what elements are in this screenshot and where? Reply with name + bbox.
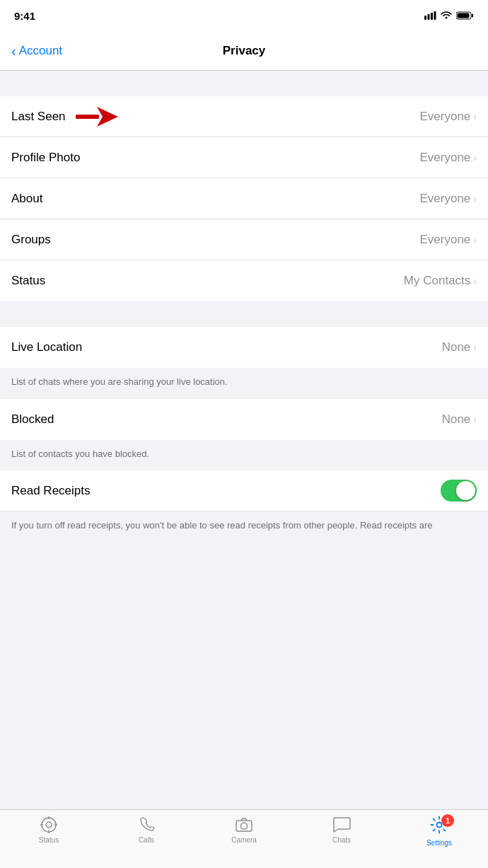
row-blocked[interactable]: Blocked None › <box>0 399 488 440</box>
about-label: About <box>11 192 42 206</box>
live-location-label: Live Location <box>11 340 82 354</box>
chats-tab-icon <box>332 816 351 834</box>
tab-chats[interactable]: Chats <box>293 816 390 844</box>
read-receipts-info: If you turn off read receipts, you won't… <box>0 511 488 543</box>
blocked-chevron-icon: › <box>473 414 477 425</box>
groups-value: Everyone <box>420 233 471 247</box>
row-status[interactable]: Status My Contacts › <box>0 260 488 301</box>
toggle-knob <box>456 481 475 500</box>
svg-rect-0 <box>424 16 426 20</box>
status-icons <box>424 11 474 20</box>
read-receipts-section: Read Receipts <box>0 470 488 511</box>
live-location-chevron-icon: › <box>473 342 477 353</box>
settings-badge: 1 <box>441 814 454 827</box>
mid-section-gap <box>0 301 488 327</box>
live-location-value-wrap: None › <box>442 340 477 354</box>
profile-photo-value-wrap: Everyone › <box>420 151 477 165</box>
last-seen-label-wrap: Last Seen <box>11 107 118 127</box>
calls-tab-icon <box>137 816 156 834</box>
svg-point-17 <box>437 823 442 828</box>
row-live-location[interactable]: Live Location None › <box>0 327 488 368</box>
status-tab-icon <box>40 816 58 834</box>
row-about[interactable]: About Everyone › <box>0 178 488 219</box>
blocked-section: Blocked None › <box>0 399 488 440</box>
back-button[interactable]: ‹ Account <box>11 44 62 58</box>
row-read-receipts: Read Receipts <box>0 470 488 511</box>
svg-point-10 <box>46 822 52 828</box>
status-chevron-icon: › <box>473 275 477 287</box>
blocked-value: None <box>442 412 471 427</box>
profile-photo-value: Everyone <box>420 151 471 165</box>
tab-calls[interactable]: Calls <box>98 816 195 844</box>
nav-bar: ‹ Account Privacy <box>0 31 488 71</box>
back-label: Account <box>19 44 62 58</box>
status-label: Status <box>11 274 45 288</box>
tab-chats-label: Chats <box>332 836 351 844</box>
read-receipts-label: Read Receipts <box>11 484 91 498</box>
camera-tab-icon <box>235 816 253 834</box>
profile-photo-chevron-icon: › <box>473 152 477 163</box>
top-section-gap <box>0 71 488 96</box>
signal-icon <box>424 11 436 20</box>
read-receipts-toggle[interactable] <box>441 480 477 502</box>
live-location-info: List of chats where you are sharing your… <box>0 368 488 399</box>
svg-point-16 <box>241 823 248 829</box>
svg-rect-1 <box>428 14 430 20</box>
page-title: Privacy <box>223 44 266 58</box>
about-chevron-icon: › <box>473 193 477 204</box>
last-seen-label: Last Seen <box>11 110 66 124</box>
row-last-seen[interactable]: Last Seen Everyone › <box>0 96 488 137</box>
privacy-section: Last Seen Everyone › Profile Photo Every… <box>0 96 488 301</box>
about-value: Everyone <box>420 192 471 206</box>
content: Last Seen Everyone › Profile Photo Every… <box>0 71 488 601</box>
row-groups[interactable]: Groups Everyone › <box>0 219 488 260</box>
live-location-value: None <box>442 340 471 354</box>
svg-marker-7 <box>97 107 118 127</box>
row-profile-photo[interactable]: Profile Photo Everyone › <box>0 137 488 178</box>
svg-rect-3 <box>434 11 436 20</box>
red-arrow-icon <box>76 107 118 127</box>
tab-settings-label: Settings <box>426 839 452 847</box>
svg-rect-8 <box>76 115 99 119</box>
status-value: My Contacts <box>404 274 470 288</box>
svg-rect-5 <box>472 14 473 18</box>
live-location-section: Live Location None › <box>0 327 488 368</box>
groups-label: Groups <box>11 233 51 247</box>
tab-settings[interactable]: 1 Settings <box>390 816 488 847</box>
tab-status-label: Status <box>39 836 59 844</box>
tab-status[interactable]: Status <box>0 816 98 844</box>
last-seen-value: Everyone <box>420 110 471 124</box>
wifi-icon <box>441 11 452 20</box>
last-seen-chevron-icon: › <box>473 111 477 122</box>
app-container: 9:41 ‹ Account Privacy <box>0 0 488 601</box>
profile-photo-label: Profile Photo <box>11 151 80 165</box>
svg-point-9 <box>42 818 56 832</box>
tab-badge: 1 <box>430 816 448 837</box>
groups-value-wrap: Everyone › <box>420 233 477 247</box>
tab-camera-label: Camera <box>231 836 257 844</box>
svg-rect-6 <box>458 13 470 18</box>
back-chevron-icon: ‹ <box>11 44 16 58</box>
svg-rect-2 <box>431 13 433 20</box>
last-seen-value-wrap: Everyone › <box>420 110 477 124</box>
tab-camera[interactable]: Camera <box>195 816 293 844</box>
blocked-value-wrap: None › <box>442 412 477 427</box>
groups-chevron-icon: › <box>473 234 477 245</box>
blocked-label: Blocked <box>11 412 54 427</box>
tab-calls-label: Calls <box>139 836 154 844</box>
tab-bar: Status Calls Camera Chats <box>0 809 488 868</box>
blocked-info: List of contacts you have blocked. <box>0 440 488 471</box>
about-value-wrap: Everyone › <box>420 192 477 206</box>
status-bar: 9:41 <box>0 0 488 31</box>
battery-icon <box>456 11 474 20</box>
status-value-wrap: My Contacts › <box>404 274 477 288</box>
status-time: 9:41 <box>14 10 35 22</box>
